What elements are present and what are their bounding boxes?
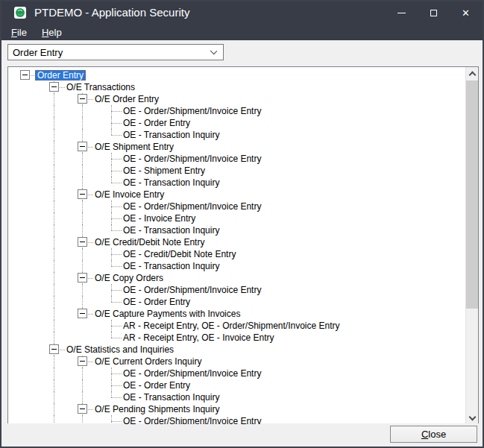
- tree-node-label[interactable]: OE - Invoice Entry: [121, 213, 198, 224]
- close-button[interactable]: Close: [390, 426, 477, 443]
- tree-collapse-box[interactable]: [78, 189, 87, 199]
- tree-node-label[interactable]: O/E Transactions: [64, 82, 137, 92]
- minus-icon: [80, 277, 85, 278]
- tree-node-label[interactable]: OE - Order Entry: [121, 297, 192, 307]
- tree-node[interactable]: OE - Credit/Debit Note Entry: [8, 248, 465, 260]
- tree-guide-line: [54, 201, 54, 212]
- tree-node-label[interactable]: O/E Current Orders Inquiry: [92, 356, 204, 367]
- maximize-button[interactable]: [418, 1, 450, 24]
- tree-node[interactable]: OE - Order/Shipment/Invoice Entry: [8, 105, 465, 117]
- tree-node-label[interactable]: O/E Statistics and Inquiries: [64, 344, 176, 355]
- tree-node-label[interactable]: OE - Order/Shipment/Invoice Entry: [121, 106, 263, 116]
- tree-connector-line: [111, 397, 122, 398]
- tree-node[interactable]: Order Entry: [8, 69, 465, 81]
- tree-guide-line: [54, 391, 54, 403]
- tree-node[interactable]: AR - Receipt Entry, OE - Order/Shipment/…: [8, 320, 465, 332]
- tree-connector-line: [111, 206, 122, 207]
- tree-guide-line: [54, 272, 54, 284]
- scrollbar-down-button[interactable]: [466, 411, 479, 424]
- tree-collapse-box[interactable]: [78, 237, 87, 247]
- tree-guide-line: [82, 224, 83, 236]
- tree-node-label[interactable]: OE - Order/Shipment/Invoice Entry: [121, 368, 263, 379]
- tree-guide-line: [54, 177, 54, 189]
- menu-help[interactable]: Help: [34, 25, 69, 40]
- tree-node-label[interactable]: OE - Transaction Inquiry: [121, 130, 221, 140]
- tree-node[interactable]: O/E Order Entry: [8, 93, 465, 105]
- tree-node-label[interactable]: AR - Receipt Entry, OE - Order/Shipment/…: [121, 321, 342, 331]
- tree-node[interactable]: O/E Current Orders Inquiry: [8, 356, 465, 367]
- tree-guide-line: [82, 177, 83, 189]
- tree-node[interactable]: OE - Invoice Entry: [8, 212, 465, 224]
- tree-node-label[interactable]: OE - Order/Shipment/Invoice Entry: [121, 154, 263, 164]
- tree-node-label[interactable]: O/E Capture Payments with Invoices: [92, 309, 242, 319]
- tree-node-label[interactable]: OE - Order Entry: [121, 380, 192, 391]
- tree-node-label[interactable]: OE - Order/Shipment/Invoice Entry: [121, 285, 263, 295]
- tree-node[interactable]: OE - Transaction Inquiry: [8, 224, 465, 236]
- tree-node[interactable]: OE - Order/Shipment/Invoice Entry: [8, 201, 465, 212]
- vertical-scrollbar[interactable]: [465, 67, 478, 424]
- module-combobox[interactable]: Order Entry: [7, 44, 224, 60]
- tree-guide-line: [82, 117, 83, 129]
- tree-node[interactable]: OE - Order/Shipment/Invoice Entry: [8, 367, 465, 379]
- tree-node-label[interactable]: OE - Transaction Inquiry: [121, 225, 221, 236]
- tree-collapse-box[interactable]: [78, 404, 87, 414]
- tree-node-label[interactable]: OE - Transaction Inquiry: [121, 177, 221, 188]
- tree-collapse-box[interactable]: [78, 94, 87, 104]
- tree-node[interactable]: OE - Order Entry: [8, 379, 465, 391]
- tree-node[interactable]: O/E Statistics and Inquiries: [8, 344, 465, 356]
- tree-node-label[interactable]: O/E Order Entry: [92, 94, 161, 104]
- tree-node-label[interactable]: OE - Transaction Inquiry: [121, 261, 221, 271]
- tree-node-label[interactable]: OE - Credit/Debit Note Entry: [121, 249, 238, 259]
- tree-node-label[interactable]: OE - Shipment Entry: [121, 165, 207, 176]
- tree-collapse-box[interactable]: [78, 356, 87, 366]
- tree-node[interactable]: O/E Capture Payments with Invoices: [8, 308, 465, 320]
- tree-node[interactable]: OE - Transaction Inquiry: [8, 177, 465, 189]
- tree-node-label-selected[interactable]: Order Entry: [35, 70, 86, 81]
- tree-node[interactable]: OE - Order Entry: [8, 117, 465, 129]
- tree-collapse-box[interactable]: [20, 70, 30, 80]
- tree-node-label[interactable]: O/E Shipment Entry: [92, 142, 176, 152]
- tree-node[interactable]: OE - Transaction Inquiry: [8, 129, 465, 141]
- tree-node[interactable]: O/E Shipment Entry: [8, 141, 465, 153]
- scrollbar-thumb[interactable]: [466, 81, 479, 309]
- tree-collapse-box[interactable]: [78, 142, 87, 151]
- security-tree[interactable]: Order EntryO/E TransactionsO/E Order Ent…: [8, 69, 465, 424]
- tree-node[interactable]: AR - Receipt Entry, OE - Invoice Entry: [8, 332, 465, 344]
- menu-file-rest: ile: [17, 27, 27, 38]
- tree-node[interactable]: O/E Credit/Debit Note Entry: [8, 236, 465, 248]
- tree-collapse-box[interactable]: [78, 273, 87, 283]
- tree-node[interactable]: OE - Transaction Inquiry: [8, 391, 465, 403]
- tree-node-label[interactable]: OE - Order/Shipment/Invoice Entry: [121, 201, 263, 212]
- scrollbar-up-button[interactable]: [466, 67, 479, 80]
- tree-connector-line: [111, 260, 112, 266]
- tree-node-label[interactable]: O/E Pending Shipments Inquiry: [92, 404, 221, 414]
- tree-connector-line: [111, 224, 112, 230]
- tree-node[interactable]: O/E Pending Shipments Inquiry: [8, 403, 465, 415]
- tree-collapse-box[interactable]: [49, 344, 59, 354]
- tree-node[interactable]: OE - Shipment Entry: [8, 165, 465, 177]
- tree-node[interactable]: O/E Copy Orders: [8, 272, 465, 284]
- tree-node[interactable]: OE - Transaction Inquiry: [8, 260, 465, 272]
- tree-collapse-box[interactable]: [78, 309, 87, 318]
- menu-file[interactable]: File: [4, 25, 34, 40]
- tree-node-label[interactable]: OE - Order Entry: [121, 118, 192, 128]
- tree-node[interactable]: OE - Order/Shipment/Invoice Entry: [8, 153, 465, 165]
- minimize-button[interactable]: [386, 1, 418, 24]
- tree-connector-line: [111, 338, 122, 338]
- close-window-button[interactable]: ✕: [450, 1, 482, 24]
- tree-node-label[interactable]: O/E Credit/Debit Note Entry: [92, 237, 207, 247]
- tree-node-label[interactable]: O/E Copy Orders: [92, 273, 166, 283]
- tree-node-label[interactable]: OE - Transaction Inquiry: [121, 392, 221, 403]
- menu-help-accel: H: [42, 27, 48, 38]
- tree-guide-line: [54, 284, 54, 296]
- tree-connector-line: [111, 266, 122, 267]
- tree-node-label[interactable]: O/E Invoice Entry: [92, 189, 166, 200]
- tree-guide-line: [82, 165, 83, 177]
- tree-node-label[interactable]: AR - Receipt Entry, OE - Invoice Entry: [121, 332, 277, 343]
- tree-node[interactable]: OE - Order/Shipment/Invoice Entry: [8, 284, 465, 296]
- tree-node[interactable]: O/E Transactions: [8, 81, 465, 93]
- tree-collapse-box[interactable]: [49, 82, 59, 92]
- tree-node[interactable]: OE - Order Entry: [8, 296, 465, 308]
- tree-node-label[interactable]: OE - Order/Shipment/Invoice Entry: [121, 416, 263, 424]
- tree-node[interactable]: O/E Invoice Entry: [8, 189, 465, 201]
